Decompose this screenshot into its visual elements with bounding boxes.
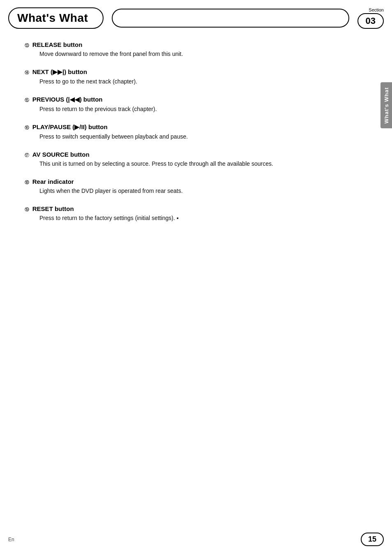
item-body: Press to go to the next track (chapter). (25, 77, 333, 86)
item-number: ⑱ (25, 180, 29, 185)
item-title: RELEASE button (32, 41, 83, 48)
section-number: 03 (357, 13, 384, 29)
item-header: ⑰ AV SOURCE button (25, 151, 333, 158)
item-title: AV SOURCE button (32, 151, 90, 158)
list-item: ⑰ AV SOURCE button This unit is turned o… (25, 151, 333, 168)
list-item: ⑲ RESET button Press to return to the fa… (25, 205, 333, 222)
item-number: ⑯ (25, 125, 29, 130)
item-number: ⑭ (25, 70, 29, 75)
item-body: Press to switch sequentially between pla… (25, 132, 333, 141)
section-label: Section (369, 7, 384, 12)
list-item: ⑮ PREVIOUS (|◀◀) button Press to return … (25, 96, 333, 114)
item-title: NEXT (▶▶|) button (32, 68, 87, 76)
page-number: 15 (361, 533, 384, 546)
item-header: ⑲ RESET button (25, 205, 333, 212)
main-content: ⑬ RELEASE button Move downward to remove… (0, 33, 357, 249)
page-header: What's What Section 03 (0, 0, 392, 33)
item-header: ⑭ NEXT (▶▶|) button (25, 68, 333, 76)
item-body: Press to return to the factory settings … (25, 214, 333, 222)
section-badge-area: Section 03 (357, 7, 384, 29)
footer-language-label: En (8, 537, 14, 542)
page-title: What's What (17, 12, 88, 24)
item-title: RESET button (32, 205, 74, 212)
item-title: PREVIOUS (|◀◀) button (32, 96, 103, 103)
item-body: Lights when the DVD player is operated f… (25, 187, 333, 195)
list-item: ⑭ NEXT (▶▶|) button Press to go to the n… (25, 68, 333, 86)
header-center-decoration (112, 9, 349, 28)
item-title: PLAY/PAUSE (▶/II) button (32, 123, 108, 131)
item-body: Move downward to remove the front panel … (25, 50, 333, 58)
item-header: ⑮ PREVIOUS (|◀◀) button (25, 96, 333, 103)
title-pill: What's What (8, 7, 104, 29)
list-item: ⑬ RELEASE button Move downward to remove… (25, 41, 333, 58)
page-footer: En 15 (0, 533, 392, 546)
item-number: ⑮ (25, 98, 29, 102)
item-header: ⑯ PLAY/PAUSE (▶/II) button (25, 123, 333, 131)
item-number: ⑲ (25, 207, 29, 212)
item-header: ⑱ Rear indicator (25, 178, 333, 185)
side-tab: What's What (380, 82, 392, 128)
item-number: ⑰ (25, 153, 29, 158)
item-header: ⑬ RELEASE button (25, 41, 333, 48)
item-body: Press to return to the previous track (c… (25, 105, 333, 114)
item-number: ⑬ (25, 43, 29, 48)
item-title: Rear indicator (32, 178, 74, 185)
list-item: ⑯ PLAY/PAUSE (▶/II) button Press to swit… (25, 123, 333, 141)
item-body: This unit is turned on by selecting a so… (25, 160, 333, 168)
side-tab-label: What's What (383, 87, 390, 123)
list-item: ⑱ Rear indicator Lights when the DVD pla… (25, 178, 333, 195)
